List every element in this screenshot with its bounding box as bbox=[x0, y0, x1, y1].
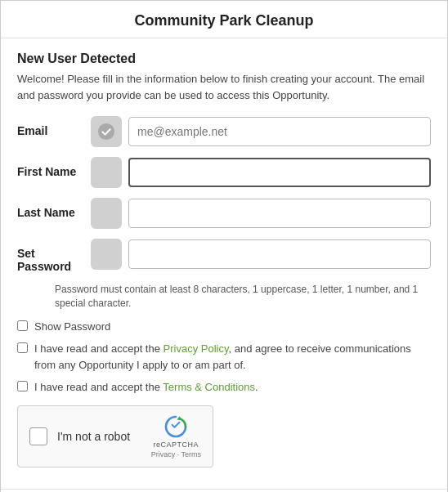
email-label: Email bbox=[17, 116, 91, 137]
email-icon-circle bbox=[91, 116, 122, 147]
captcha-checkbox[interactable] bbox=[29, 427, 47, 445]
terms-text: I have read and accept the Terms & Condi… bbox=[34, 379, 258, 396]
lastname-icon-circle bbox=[91, 198, 122, 229]
lastname-field-group bbox=[91, 198, 431, 229]
email-input[interactable] bbox=[128, 117, 431, 146]
captcha-logo-area: reCAPTCHA Privacy · Terms bbox=[151, 414, 201, 458]
privacy-policy-row: I have read and accept the Privacy Polic… bbox=[17, 341, 431, 373]
page-title: Community Park Cleanup bbox=[14, 12, 434, 29]
password-field-group bbox=[91, 239, 431, 270]
password-icon-circle bbox=[91, 239, 122, 270]
recaptcha-links: Privacy · Terms bbox=[151, 450, 201, 458]
captcha-widget[interactable]: I'm not a robot reCAPTCHA Privacy · Term… bbox=[17, 405, 213, 467]
page-header: Community Park Cleanup bbox=[1, 1, 447, 38]
show-password-row: Show Password bbox=[17, 319, 431, 335]
section-description: Welcome! Please fill in the information … bbox=[17, 71, 431, 103]
firstname-field-group bbox=[91, 157, 431, 188]
privacy-policy-link[interactable]: Privacy Policy bbox=[164, 342, 229, 355]
terms-checkbox[interactable] bbox=[17, 381, 28, 391]
firstname-icon-circle bbox=[91, 157, 122, 188]
checkboxes-area: Show Password I have read and accept the… bbox=[17, 319, 431, 396]
email-row: Email bbox=[17, 116, 431, 147]
lastname-row: Last Name bbox=[17, 198, 431, 229]
privacy-before-link: I have read and accept the bbox=[34, 342, 164, 355]
recaptcha-brand: reCAPTCHA bbox=[154, 441, 199, 449]
password-label: Set Password bbox=[17, 239, 91, 273]
privacy-policy-text: I have read and accept the Privacy Polic… bbox=[34, 341, 431, 373]
password-hint: Password must contain at least 8 charact… bbox=[55, 283, 431, 311]
terms-before-link: I have read and accept the bbox=[34, 381, 163, 393]
firstname-label: First Name bbox=[17, 157, 91, 178]
terms-after-link: . bbox=[255, 381, 258, 393]
svg-marker-1 bbox=[177, 416, 182, 420]
show-password-checkbox[interactable] bbox=[17, 320, 28, 331]
privacy-policy-checkbox[interactable] bbox=[17, 342, 28, 353]
checkmark-icon bbox=[97, 123, 115, 141]
firstname-input[interactable] bbox=[128, 158, 431, 187]
email-field-group bbox=[91, 116, 431, 147]
show-password-label: Show Password bbox=[34, 319, 110, 335]
password-row: Set Password bbox=[17, 239, 431, 273]
firstname-row: First Name bbox=[17, 157, 431, 188]
lastname-input[interactable] bbox=[128, 199, 431, 228]
recaptcha-icon bbox=[164, 414, 188, 439]
section-title: New User Detected bbox=[17, 51, 431, 66]
page-footer: Back Next bbox=[1, 489, 447, 492]
main-content: New User Detected Welcome! Please fill i… bbox=[1, 38, 447, 489]
captcha-label: I'm not a robot bbox=[57, 430, 141, 443]
svg-point-0 bbox=[98, 123, 114, 140]
terms-link[interactable]: Terms & Conditions bbox=[163, 381, 255, 393]
password-input[interactable] bbox=[128, 239, 431, 269]
lastname-label: Last Name bbox=[17, 198, 91, 219]
page-container: Community Park Cleanup New User Detected… bbox=[0, 0, 448, 492]
terms-row: I have read and accept the Terms & Condi… bbox=[17, 379, 431, 396]
